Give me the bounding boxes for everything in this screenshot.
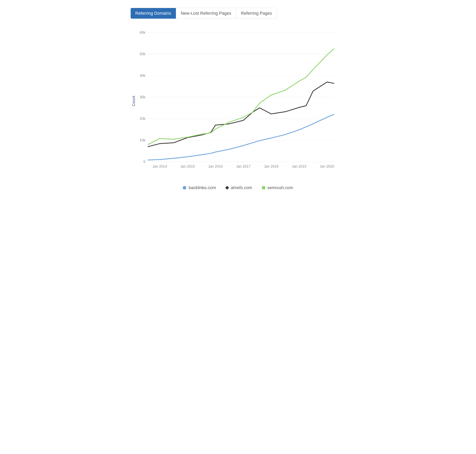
svg-text:Jan 2018: Jan 2018	[264, 165, 278, 168]
legend-item-backlinko-com[interactable]: backlinko.com	[183, 185, 216, 190]
chart-area: Count 010k20k30k40k50k60kJan 2014Jan 201…	[131, 30, 346, 172]
legend-label: semrush.com	[268, 185, 293, 190]
svg-text:Jan 2017: Jan 2017	[236, 165, 250, 168]
svg-text:20k: 20k	[140, 117, 145, 121]
legend-swatch	[225, 186, 229, 190]
legend-label: backlinko.com	[189, 185, 216, 190]
svg-text:10k: 10k	[140, 138, 145, 142]
y-axis-label: Count	[132, 96, 136, 106]
legend-swatch	[262, 186, 265, 189]
svg-text:50k: 50k	[140, 52, 145, 56]
svg-text:Jan 2014: Jan 2014	[152, 165, 167, 168]
chart-tabs: Referring DomainsNew-Lost Referring Page…	[131, 8, 277, 19]
svg-text:Jan 2020: Jan 2020	[320, 165, 334, 168]
svg-text:60k: 60k	[140, 30, 145, 34]
tab-referring-domains[interactable]: Referring Domains	[131, 8, 176, 19]
svg-text:40k: 40k	[140, 74, 145, 77]
svg-text:Jan 2016: Jan 2016	[208, 165, 223, 168]
svg-text:30k: 30k	[140, 95, 145, 99]
series-ahrefs-com	[148, 82, 334, 147]
tab-new-lost-referring-pages[interactable]: New-Lost Referring Pages	[176, 8, 236, 19]
legend-swatch	[183, 186, 186, 189]
line-chart: 010k20k30k40k50k60kJan 2014Jan 2015Jan 2…	[131, 30, 338, 172]
tab-referring-pages[interactable]: Referring Pages	[236, 8, 277, 19]
svg-text:Jan 2015: Jan 2015	[180, 165, 195, 168]
svg-text:Jan 2019: Jan 2019	[292, 165, 306, 168]
series-semrush-com	[148, 49, 334, 144]
legend-label: ahrefs.com	[231, 185, 252, 190]
legend-item-semrush-com[interactable]: semrush.com	[262, 185, 293, 190]
svg-text:0: 0	[143, 160, 145, 164]
legend-item-ahrefs-com[interactable]: ahrefs.com	[226, 185, 252, 190]
chart-legend: backlinko.comahrefs.comsemrush.com	[131, 185, 346, 190]
